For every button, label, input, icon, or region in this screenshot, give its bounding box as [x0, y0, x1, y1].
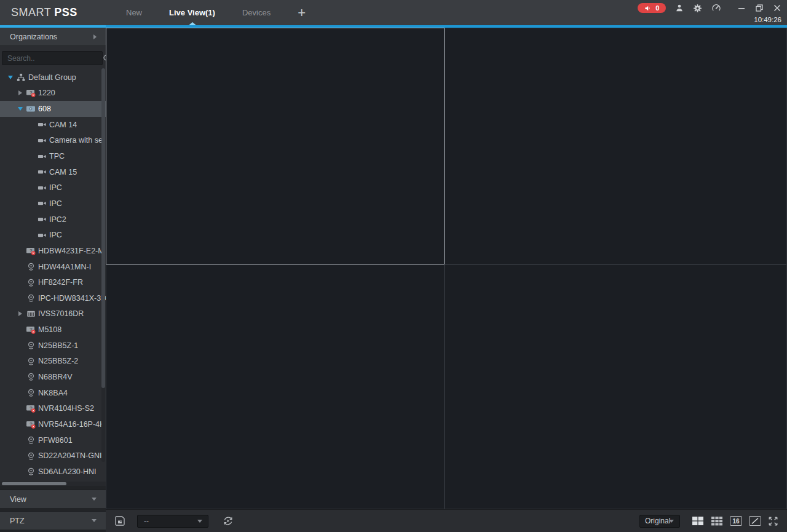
camera-channel-icon — [37, 151, 47, 161]
tree-item-pfw8601[interactable]: PFW8601 — [0, 432, 106, 448]
ipc-dome-icon — [26, 356, 36, 366]
video-pane-4[interactable] — [445, 264, 787, 509]
sidebar: Organizations Default Group?1220608CAM 1… — [0, 28, 106, 532]
restore-icon[interactable] — [756, 4, 763, 12]
tab-devices[interactable]: Devices — [242, 8, 271, 17]
tree-item-sd6ala230-hni[interactable]: SD6ALA230-HNI — [0, 464, 106, 480]
tree-item-m5108[interactable]: ?M5108 — [0, 322, 106, 338]
title-bar: SMARTPSS NewLive View(1)Devices+ 0 10:49… — [0, 0, 787, 25]
clock: 10:49:26 — [754, 16, 781, 23]
tree-item-hdw44a1mn-i[interactable]: HDW44A1MN-I — [0, 259, 106, 275]
logo-smart: SMART — [11, 6, 51, 18]
search-box — [2, 51, 103, 65]
expand-arrow-icon[interactable] — [15, 311, 26, 316]
collapse-arrow-icon[interactable] — [5, 76, 16, 79]
split-16-button[interactable]: 16 — [730, 516, 742, 526]
alarm-badge[interactable]: 0 — [638, 3, 666, 13]
tree-item-608[interactable]: 608 — [0, 101, 106, 117]
custom-split-icon[interactable] — [749, 516, 761, 526]
ipc-dome-icon — [26, 451, 36, 461]
tree-item-ipc[interactable]: IPC — [0, 196, 106, 212]
tree-item-label: CAM 15 — [49, 168, 77, 177]
tree-item-nk8ba4[interactable]: NK8BA4 — [0, 385, 106, 401]
view-panel-label: View — [10, 495, 26, 504]
tree-item-hdbw4231f-e2-m[interactable]: ?HDBW4231F-E2-M — [0, 243, 106, 259]
save-view-icon[interactable] — [114, 515, 125, 526]
dvr-online-icon — [26, 104, 36, 114]
split-4-icon[interactable] — [692, 516, 704, 526]
device-offline-icon: ? — [26, 88, 36, 98]
device-offline-icon: ? — [26, 246, 36, 256]
camera-channel-icon — [37, 120, 47, 130]
tree-item-label: Camera with se — [49, 136, 103, 145]
tree-item-default-group[interactable]: Default Group — [0, 69, 106, 85]
app-logo: SMARTPSS — [11, 6, 77, 19]
titlebar-controls: 0 — [638, 3, 781, 13]
layout-buttons: 16 — [692, 516, 778, 526]
tree-item-ivss7016dr[interactable]: IVSS7016DR — [0, 306, 106, 322]
ipc-dome-icon — [26, 277, 36, 287]
nvr-server-icon — [26, 309, 36, 319]
ipc-dome-icon — [26, 341, 36, 351]
tree-item-ipc[interactable]: IPC — [0, 227, 106, 243]
tree-item-label: N25BB5Z-2 — [38, 357, 78, 365]
tree-item-hf8242f-fr[interactable]: HF8242F-FR — [0, 274, 106, 290]
camera-channel-icon — [37, 167, 47, 177]
view-select[interactable]: -- — [137, 515, 208, 528]
tree-item-label: Default Group — [28, 73, 76, 82]
organizations-header[interactable]: Organizations — [0, 28, 106, 46]
tree-item-ipc[interactable]: IPC — [0, 180, 106, 196]
tree-item-label: TPC — [49, 152, 65, 161]
scale-select[interactable]: Original — [639, 515, 680, 528]
tree-item-label: NVR54A16-16P-4K — [38, 420, 105, 429]
device-offline-icon: ? — [26, 419, 36, 429]
ipc-dome-icon — [26, 388, 36, 398]
collapse-arrow-icon[interactable] — [15, 107, 26, 111]
camera-channel-icon — [37, 183, 47, 193]
add-tab-button[interactable]: + — [298, 7, 306, 19]
ipc-dome-icon — [26, 262, 36, 272]
video-pane-2[interactable] — [445, 28, 787, 264]
tree-item-n25bb5z-1[interactable]: N25BB5Z-1 — [0, 338, 106, 354]
video-pane-3[interactable] — [106, 264, 445, 509]
close-icon[interactable] — [773, 4, 781, 12]
tree-item-1220[interactable]: ?1220 — [0, 85, 106, 101]
tree-item-tpc[interactable]: TPC — [0, 148, 106, 164]
device-offline-icon: ? — [26, 403, 36, 413]
smartpss-window: SMARTPSS NewLive View(1)Devices+ 0 10:49… — [0, 0, 787, 532]
camera-channel-icon — [37, 135, 47, 145]
tree-item-ipc2[interactable]: IPC2 — [0, 212, 106, 228]
split-9-icon[interactable] — [711, 516, 723, 526]
tree-item-label: HDW44A1MN-I — [38, 263, 91, 271]
user-icon[interactable] — [675, 4, 684, 12]
tour-icon[interactable] — [223, 515, 234, 526]
tree-item-label: HF8242F-FR — [38, 278, 83, 287]
tree-item-nvr54a16-16p-4k[interactable]: ?NVR54A16-16P-4K — [0, 416, 106, 432]
tree-horizontal-scrollbar[interactable] — [0, 482, 106, 486]
tree-item-camera-with-se[interactable]: Camera with se — [0, 133, 106, 149]
tree-item-cam-14[interactable]: CAM 14 — [0, 117, 106, 133]
tree-item-nvr4104hs-s2[interactable]: ?NVR4104HS-S2 — [0, 400, 106, 416]
tree-item-cam-15[interactable]: CAM 15 — [0, 164, 106, 180]
performance-gauge-icon[interactable] — [711, 3, 721, 13]
scrollbar-thumb[interactable] — [101, 68, 105, 388]
fullscreen-icon[interactable] — [768, 516, 778, 526]
video-pane-1[interactable] — [106, 28, 445, 264]
bottom-toolbar: -- Original 16 — [106, 509, 787, 532]
tab-new[interactable]: New — [126, 8, 142, 17]
tree-vertical-scrollbar[interactable] — [101, 68, 105, 462]
tab-live-view-1[interactable]: Live View(1) — [169, 8, 215, 17]
tree-item-label: N25BB5Z-1 — [38, 341, 78, 350]
minimize-icon[interactable] — [738, 4, 745, 12]
search-input[interactable] — [2, 54, 103, 63]
main-area: -- Original 16 — [106, 28, 787, 532]
expand-arrow-icon[interactable] — [15, 90, 26, 95]
view-panel-header[interactable]: View — [0, 490, 106, 508]
tree-item-ipc-hdw8341x-3d[interactable]: IPC-HDW8341X-3D — [0, 290, 106, 306]
settings-gear-icon[interactable] — [693, 4, 702, 13]
tree-item-n25bb5z-2[interactable]: N25BB5Z-2 — [0, 354, 106, 370]
tree-item-n68br4v[interactable]: N68BR4V — [0, 369, 106, 385]
tree-item-sd22a204tn-gni[interactable]: SD22A204TN-GNI- — [0, 448, 106, 464]
scrollbar-thumb[interactable] — [2, 482, 66, 485]
ptz-panel-header[interactable]: PTZ — [0, 511, 106, 530]
